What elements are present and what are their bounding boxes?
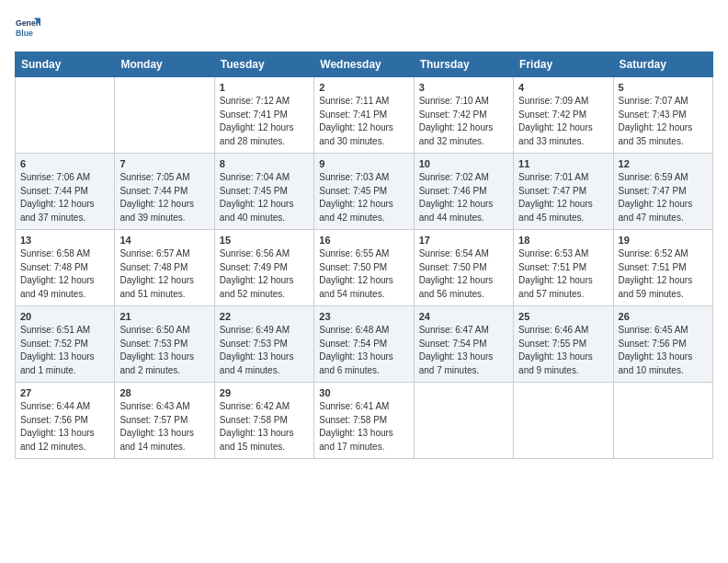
day-info: Sunrise: 6:41 AM Sunset: 7:58 PM Dayligh… [319, 400, 408, 454]
day-number: 20 [20, 311, 109, 322]
day-number: 2 [319, 82, 408, 93]
day-info: Sunrise: 7:01 AM Sunset: 7:47 PM Dayligh… [518, 171, 608, 224]
calendar-cell: 23Sunrise: 6:48 AM Sunset: 7:54 PM Dayli… [314, 306, 414, 383]
day-number: 17 [419, 235, 508, 246]
day-number: 3 [419, 82, 508, 93]
calendar-cell: 4Sunrise: 7:09 AM Sunset: 7:42 PM Daylig… [514, 77, 613, 154]
calendar-cell: 5Sunrise: 7:07 AM Sunset: 7:43 PM Daylig… [613, 77, 712, 154]
calendar-cell: 11Sunrise: 7:01 AM Sunset: 7:47 PM Dayli… [514, 154, 613, 230]
calendar-cell: 3Sunrise: 7:10 AM Sunset: 7:42 PM Daylig… [414, 77, 513, 154]
day-info: Sunrise: 6:45 AM Sunset: 7:56 PM Dayligh… [619, 324, 708, 377]
calendar-cell: 9Sunrise: 7:03 AM Sunset: 7:45 PM Daylig… [314, 154, 414, 230]
calendar-cell: 22Sunrise: 6:49 AM Sunset: 7:53 PM Dayli… [214, 306, 313, 383]
calendar-cell: 1Sunrise: 7:12 AM Sunset: 7:41 PM Daylig… [214, 77, 313, 154]
calendar-cell [613, 383, 712, 459]
day-info: Sunrise: 6:57 AM Sunset: 7:48 PM Dayligh… [119, 247, 209, 301]
day-number: 10 [419, 158, 508, 169]
day-number: 16 [319, 235, 408, 246]
day-number: 1 [220, 82, 309, 93]
day-header-saturday: Saturday [613, 52, 712, 77]
calendar-cell: 2Sunrise: 7:11 AM Sunset: 7:41 PM Daylig… [314, 77, 414, 154]
day-header-wednesday: Wednesday [314, 52, 414, 77]
day-info: Sunrise: 6:58 AM Sunset: 7:48 PM Dayligh… [20, 247, 109, 301]
calendar-header-row: SundayMondayTuesdayWednesdayThursdayFrid… [16, 52, 713, 77]
calendar-week-row: 6Sunrise: 7:06 AM Sunset: 7:44 PM Daylig… [16, 154, 713, 230]
day-info: Sunrise: 7:10 AM Sunset: 7:42 PM Dayligh… [419, 95, 508, 148]
day-number: 26 [619, 311, 708, 322]
calendar-cell: 20Sunrise: 6:51 AM Sunset: 7:52 PM Dayli… [16, 306, 115, 383]
day-number: 7 [119, 158, 209, 169]
day-number: 13 [20, 235, 109, 246]
calendar-cell: 15Sunrise: 6:56 AM Sunset: 7:49 PM Dayli… [214, 230, 313, 306]
day-number: 6 [20, 158, 109, 169]
day-number: 5 [619, 82, 708, 93]
day-number: 24 [419, 311, 508, 322]
calendar-table: SundayMondayTuesdayWednesdayThursdayFrid… [15, 52, 713, 459]
calendar-cell: 12Sunrise: 6:59 AM Sunset: 7:47 PM Dayli… [613, 154, 712, 230]
calendar-week-row: 27Sunrise: 6:44 AM Sunset: 7:56 PM Dayli… [16, 383, 713, 459]
day-header-thursday: Thursday [414, 52, 513, 77]
day-info: Sunrise: 6:50 AM Sunset: 7:53 PM Dayligh… [119, 324, 209, 377]
calendar-cell [514, 383, 613, 459]
calendar-cell [414, 383, 513, 459]
svg-text:Blue: Blue [16, 29, 33, 38]
calendar-cell: 25Sunrise: 6:46 AM Sunset: 7:55 PM Dayli… [514, 306, 613, 383]
calendar-cell: 18Sunrise: 6:53 AM Sunset: 7:51 PM Dayli… [514, 230, 613, 306]
day-number: 19 [619, 235, 708, 246]
calendar-cell: 27Sunrise: 6:44 AM Sunset: 7:56 PM Dayli… [16, 383, 115, 459]
day-info: Sunrise: 6:55 AM Sunset: 7:50 PM Dayligh… [319, 247, 408, 301]
calendar-cell: 29Sunrise: 6:42 AM Sunset: 7:58 PM Dayli… [214, 383, 313, 459]
calendar-cell: 28Sunrise: 6:43 AM Sunset: 7:57 PM Dayli… [115, 383, 214, 459]
day-number: 28 [119, 387, 209, 398]
calendar-cell: 13Sunrise: 6:58 AM Sunset: 7:48 PM Dayli… [16, 230, 115, 306]
day-number: 12 [619, 158, 708, 169]
logo: General Blue [15, 15, 44, 40]
day-number: 15 [220, 235, 309, 246]
calendar-cell: 17Sunrise: 6:54 AM Sunset: 7:50 PM Dayli… [414, 230, 513, 306]
day-info: Sunrise: 7:11 AM Sunset: 7:41 PM Dayligh… [319, 95, 408, 148]
calendar-week-row: 20Sunrise: 6:51 AM Sunset: 7:52 PM Dayli… [16, 306, 713, 383]
day-info: Sunrise: 6:59 AM Sunset: 7:47 PM Dayligh… [619, 171, 708, 224]
day-number: 22 [220, 311, 309, 322]
calendar-cell: 24Sunrise: 6:47 AM Sunset: 7:54 PM Dayli… [414, 306, 513, 383]
day-info: Sunrise: 6:47 AM Sunset: 7:54 PM Dayligh… [419, 324, 508, 377]
day-info: Sunrise: 6:49 AM Sunset: 7:53 PM Dayligh… [220, 324, 309, 377]
day-header-tuesday: Tuesday [214, 52, 313, 77]
calendar-week-row: 13Sunrise: 6:58 AM Sunset: 7:48 PM Dayli… [16, 230, 713, 306]
day-number: 23 [319, 311, 408, 322]
calendar-cell [115, 77, 214, 154]
page-header: General Blue [15, 15, 713, 40]
day-info: Sunrise: 6:44 AM Sunset: 7:56 PM Dayligh… [20, 400, 109, 454]
day-info: Sunrise: 6:51 AM Sunset: 7:52 PM Dayligh… [20, 324, 109, 377]
day-number: 11 [518, 158, 608, 169]
calendar-cell: 7Sunrise: 7:05 AM Sunset: 7:44 PM Daylig… [115, 154, 214, 230]
day-number: 4 [518, 82, 608, 93]
day-number: 25 [518, 311, 608, 322]
day-number: 9 [319, 158, 408, 169]
day-header-friday: Friday [514, 52, 613, 77]
day-number: 29 [220, 387, 309, 398]
day-info: Sunrise: 6:46 AM Sunset: 7:55 PM Dayligh… [518, 324, 608, 377]
day-info: Sunrise: 6:56 AM Sunset: 7:49 PM Dayligh… [220, 247, 309, 301]
day-number: 30 [319, 387, 408, 398]
day-number: 27 [20, 387, 109, 398]
calendar-week-row: 1Sunrise: 7:12 AM Sunset: 7:41 PM Daylig… [16, 77, 713, 154]
day-info: Sunrise: 6:53 AM Sunset: 7:51 PM Dayligh… [518, 247, 608, 301]
day-number: 18 [518, 235, 608, 246]
day-info: Sunrise: 7:05 AM Sunset: 7:44 PM Dayligh… [119, 171, 209, 224]
day-number: 14 [119, 235, 209, 246]
day-info: Sunrise: 7:03 AM Sunset: 7:45 PM Dayligh… [319, 171, 408, 224]
calendar-cell: 30Sunrise: 6:41 AM Sunset: 7:58 PM Dayli… [314, 383, 414, 459]
calendar-cell: 6Sunrise: 7:06 AM Sunset: 7:44 PM Daylig… [16, 154, 115, 230]
day-info: Sunrise: 7:02 AM Sunset: 7:46 PM Dayligh… [419, 171, 508, 224]
day-header-sunday: Sunday [16, 52, 115, 77]
calendar-cell: 19Sunrise: 6:52 AM Sunset: 7:51 PM Dayli… [613, 230, 712, 306]
day-info: Sunrise: 7:09 AM Sunset: 7:42 PM Dayligh… [518, 95, 608, 148]
day-info: Sunrise: 6:43 AM Sunset: 7:57 PM Dayligh… [119, 400, 209, 454]
day-info: Sunrise: 7:06 AM Sunset: 7:44 PM Dayligh… [20, 171, 109, 224]
day-info: Sunrise: 6:42 AM Sunset: 7:58 PM Dayligh… [220, 400, 309, 454]
calendar-cell: 14Sunrise: 6:57 AM Sunset: 7:48 PM Dayli… [115, 230, 214, 306]
calendar-cell: 10Sunrise: 7:02 AM Sunset: 7:46 PM Dayli… [414, 154, 513, 230]
day-info: Sunrise: 6:48 AM Sunset: 7:54 PM Dayligh… [319, 324, 408, 377]
calendar-cell: 16Sunrise: 6:55 AM Sunset: 7:50 PM Dayli… [314, 230, 414, 306]
